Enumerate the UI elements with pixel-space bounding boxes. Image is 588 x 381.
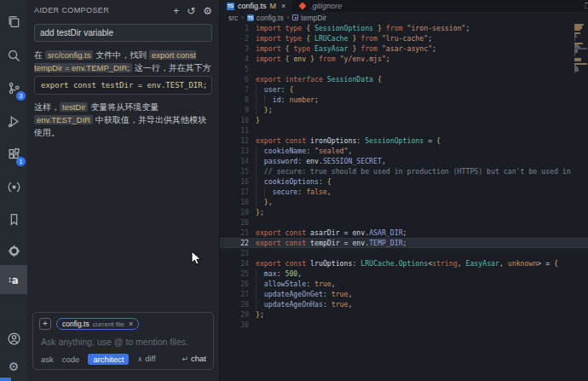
code-line-18[interactable]: 18 }, <box>220 197 588 207</box>
code-line-19[interactable]: 19}; <box>220 207 588 217</box>
typescript-icon: TS <box>227 3 234 10</box>
indent-guide <box>256 105 257 115</box>
code-line-28[interactable]: 28 updateAgeOnHas: true, <box>220 299 588 309</box>
tab-config.ts[interactable]: TSconfig.tsM× <box>220 0 292 12</box>
indent-guide <box>256 268 257 279</box>
line-number: 29 <box>220 309 249 320</box>
paragraph-text: 这样， <box>34 102 60 112</box>
breadcrumb-label: tempDir <box>301 14 326 22</box>
extensions-badge: 1 <box>16 157 26 166</box>
mode-code[interactable]: code <box>62 355 80 364</box>
line-text: import { type EasyAsar } from "asar-asyn… <box>256 43 588 54</box>
code-line-22[interactable]: 22export const tempDir = env.TEMP_DIR; <box>220 238 588 248</box>
chevron-up-icon: ∧ <box>137 355 142 363</box>
explorer-icon[interactable] <box>0 7 27 36</box>
tab-.gitignore[interactable]: .gitignore <box>292 0 349 12</box>
mode-row: askcodearchitect ∧diff ↵chat <box>41 352 206 364</box>
code-line-11[interactable]: 11 <box>220 125 588 136</box>
file-chip-tag: current file <box>93 320 124 328</box>
code-line-7[interactable]: 7 user: { <box>220 84 588 95</box>
chat-input-widget: + config.ts current file × Ask anything,… <box>32 312 214 370</box>
code-line-10[interactable]: 10} <box>220 115 588 125</box>
code-line-16[interactable]: 16 cookieOptions: { <box>220 176 588 187</box>
mode-architect[interactable]: architect <box>88 354 129 365</box>
code-line-30[interactable]: 30 <box>220 320 588 330</box>
close-tab-icon[interactable]: × <box>281 2 285 10</box>
code-line-20[interactable]: 20 <box>220 217 588 228</box>
diff-toggle[interactable]: ∧diff <box>137 354 155 363</box>
line-number: 23 <box>220 248 249 258</box>
line-text: }; <box>256 309 588 320</box>
code-line-25[interactable]: 25 max: 500, <box>220 268 588 279</box>
indent-guide <box>256 187 257 197</box>
breadcrumb-config.ts[interactable]: TSconfig.ts <box>247 14 284 22</box>
code-line-3[interactable]: 3import { type EasyAsar } from "asar-asy… <box>220 43 588 54</box>
line-text: updateAgeOnGet: true, <box>256 289 588 299</box>
paragraph-text: 文件中，找到 <box>93 50 149 60</box>
minimap[interactable] <box>573 23 588 381</box>
new-chat-icon[interactable]: + <box>173 5 179 17</box>
file-context-chip[interactable]: config.ts current file × <box>56 318 139 330</box>
code-line-13[interactable]: 13 cookieName: "sealed", <box>220 146 588 156</box>
vscode-window: 31a⚙ AIDER COMPOSER +↺⚙ add testDir vari… <box>0 0 588 381</box>
tab-label: config.ts <box>238 2 267 10</box>
line-number: 4 <box>220 54 249 64</box>
search-icon[interactable] <box>0 41 27 70</box>
remote-container-icon[interactable] <box>0 172 27 201</box>
breadcrumb-tempDir[interactable]: tempDir <box>292 14 326 22</box>
line-number: 3 <box>220 43 249 54</box>
breadcrumb-src[interactable]: src <box>228 14 238 22</box>
minimap-line-mark <box>574 29 580 31</box>
code-line-2[interactable]: 2import type { LRUCache } from "lru-cach… <box>220 33 588 43</box>
code-line-5[interactable]: 5 <box>220 64 588 74</box>
gear-ring-icon[interactable] <box>0 236 27 265</box>
add-context-button[interactable]: + <box>39 318 51 330</box>
aider-composer-icon[interactable]: a <box>0 265 27 294</box>
line-text: cookieName: "sealed", <box>256 146 588 156</box>
send-chat-button[interactable]: ↵chat <box>182 354 206 363</box>
breadcrumb-label: config.ts <box>257 14 284 22</box>
indent-guide <box>256 146 257 156</box>
mode-ask[interactable]: ask <box>41 355 54 364</box>
code-line-4[interactable]: 4import { env } from "y/env.mjs"; <box>220 54 588 64</box>
code-line-29[interactable]: 29}; <box>220 309 588 320</box>
code-line-24[interactable]: 24export const lruOptions: LRUCache.Opti… <box>220 258 588 268</box>
account-icon[interactable] <box>0 324 27 353</box>
code-editor[interactable]: 1import type { SessionOptions } from "ir… <box>220 23 588 381</box>
code-line-8[interactable]: 8 id: number; <box>220 95 588 105</box>
line-text: import type { LRUCache } from "lru-cache… <box>256 33 588 43</box>
bookmarks-icon[interactable] <box>0 205 27 234</box>
code-line-6[interactable]: 6export interface SessionData { <box>220 74 588 84</box>
code-line-27[interactable]: 27 updateAgeOnGet: true, <box>220 289 588 299</box>
settings-icon[interactable]: ⚙ <box>0 352 27 381</box>
code-line-26[interactable]: 26 allowStale: true, <box>220 279 588 289</box>
chat-input[interactable]: Ask anything, use @ to mention files. <box>41 337 188 347</box>
panel-header: AIDER COMPOSER +↺⚙ <box>27 0 219 20</box>
split-editor-icon[interactable]: ❐ <box>585 2 588 10</box>
settings-icon[interactable]: ⚙ <box>203 5 212 17</box>
history-icon[interactable]: ↺ <box>187 5 195 17</box>
line-number: 8 <box>220 95 249 105</box>
code-line-23[interactable]: 23 <box>220 248 588 258</box>
user-message: add testDir variable <box>34 24 212 42</box>
line-text: secure: false, <box>256 187 588 197</box>
code-line-14[interactable]: 14 password: env.SESSION_SECRET, <box>220 156 588 166</box>
line-text: password: env.SESSION_SECRET, <box>256 156 588 166</box>
code-line-1[interactable]: 1import type { SessionOptions } from "ir… <box>220 23 588 33</box>
code-line-15[interactable]: 15 // secure: true should be used in pro… <box>220 166 588 176</box>
line-number: 11 <box>220 125 249 136</box>
line-text: } <box>256 115 588 125</box>
code-line-12[interactable]: 12export const ironOptions: SessionOptio… <box>220 136 588 146</box>
run-debug-icon[interactable] <box>0 107 27 136</box>
status-bar-remote-indicator[interactable] <box>0 378 11 381</box>
source-control-icon[interactable]: 3 <box>0 73 27 102</box>
line-number: 19 <box>220 207 249 217</box>
file-chip-close-icon[interactable]: × <box>129 320 133 328</box>
line-text: updateAgeOnHas: true, <box>256 299 588 309</box>
code-line-21[interactable]: 21export const asarDir = env.ASAR_DIR; <box>220 228 588 238</box>
code-line-17[interactable]: 17 secure: false, <box>220 187 588 197</box>
line-number: 7 <box>220 84 249 95</box>
extensions-icon[interactable]: 1 <box>0 139 27 168</box>
code-line-9[interactable]: 9 }; <box>220 105 588 115</box>
line-text: }, <box>256 197 588 207</box>
